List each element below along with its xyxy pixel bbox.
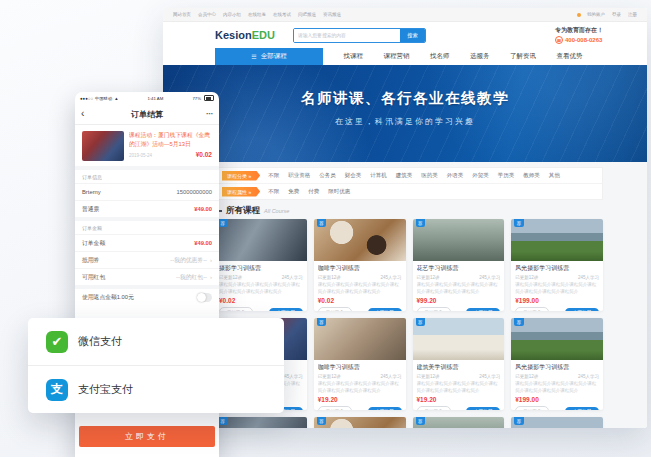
all-courses-button[interactable]: ☰ 全部课程 — [215, 48, 323, 65]
course-price: ¥199.00 — [515, 396, 599, 403]
balance-toggle[interactable] — [197, 293, 212, 302]
coupon-row[interactable]: 抵用券 --我的优惠券--› — [75, 251, 219, 268]
pay-now-button[interactable]: 立即支付 — [79, 426, 215, 447]
course-more-button[interactable]: 了解更多 — [515, 307, 549, 311]
course-image[interactable]: 荐 — [314, 318, 406, 360]
course-more-button[interactable]: 了解更多 — [417, 406, 451, 410]
utility-link[interactable]: 在线考试 — [273, 12, 291, 17]
course-buy-button[interactable]: 立即购买 — [368, 407, 402, 411]
utility-link[interactable]: 问吧频道 — [298, 12, 316, 17]
course-buy-button[interactable]: 立即购买 — [565, 308, 599, 312]
order-item-date: 2019-05-24 — [129, 153, 152, 158]
logo-edu: EDU — [252, 29, 275, 41]
filter-option[interactable]: 公务员 — [319, 172, 336, 179]
course-price: ¥0.02 — [219, 297, 303, 304]
course-image[interactable]: 荐 — [215, 417, 307, 428]
course-price: ¥99.20 — [417, 297, 501, 304]
utility-link[interactable]: 网站首页 — [173, 12, 191, 17]
filter-option[interactable]: 不限 — [268, 172, 279, 179]
filter-option[interactable]: 财会类 — [345, 172, 362, 179]
filter-option[interactable]: 职业资格 — [288, 172, 310, 179]
nav-item[interactable]: 找课程 — [344, 52, 364, 61]
utility-link[interactable]: 会员中心 — [198, 12, 216, 17]
course-more-button[interactable]: 了解更多 — [318, 406, 352, 410]
alipay-option[interactable]: 支 支付宝支付 — [28, 365, 284, 413]
course-image[interactable]: 荐 — [314, 417, 406, 428]
section-title: 所有课程 — [226, 205, 260, 217]
course-description: 课程简介课程简介课程简介课程简介课程简介课程简介课程简介课程简介 — [417, 381, 501, 394]
alipay-icon: 支 — [46, 379, 68, 401]
course-title[interactable]: 风光摄影学习训练营 — [515, 363, 599, 372]
course-image[interactable]: 荐 — [511, 219, 603, 261]
chevron-right-icon: › — [210, 257, 212, 263]
hero-title: 名师讲课、各行各业在线教学 — [163, 89, 647, 108]
nav-item[interactable]: 课程营销 — [384, 52, 410, 61]
course-title[interactable]: 摄影学习训练营 — [219, 264, 303, 273]
back-chevron-icon[interactable]: ‹ — [81, 109, 84, 119]
filter-option[interactable]: 学历类 — [498, 172, 515, 179]
order-info-header: 订单信息 — [75, 170, 219, 183]
course-students: 245人学习 — [578, 275, 599, 280]
nav-item[interactable]: 了解资讯 — [510, 52, 536, 61]
course-title[interactable]: 建筑美学训练营 — [417, 363, 501, 372]
course-image[interactable]: 荐 — [314, 219, 406, 261]
course-badge: 荐 — [514, 219, 524, 227]
filter-option[interactable]: 其他 — [549, 172, 560, 179]
course-image[interactable]: 荐 — [511, 417, 603, 428]
course-more-button[interactable]: 了解更多 — [417, 307, 451, 311]
course-more-button[interactable]: 了解更多 — [318, 307, 352, 311]
course-title[interactable]: 花艺学习训练营 — [417, 264, 501, 273]
utility-link[interactable]: 资讯频道 — [323, 12, 341, 17]
nav-item[interactable]: 选服务 — [470, 52, 490, 61]
utility-link[interactable]: 注册 — [628, 12, 637, 17]
wifi-icon: ▲ — [114, 96, 118, 101]
course-more-button[interactable]: 了解更多 — [219, 307, 253, 311]
utility-link[interactable]: 登录 — [612, 12, 621, 17]
search-button[interactable]: 搜索 — [400, 29, 425, 42]
utility-link[interactable]: 内容小组 — [223, 12, 241, 17]
course-title[interactable]: 风光摄影学习训练营 — [515, 264, 599, 273]
course-badge: 荐 — [218, 219, 228, 227]
filter-option[interactable]: 计算机 — [370, 172, 387, 179]
filter-row-category: 课程分类 » 不限职业资格公务员财会类计算机建筑类医药类外语类外贸类学历类教师类… — [216, 168, 602, 183]
course-lessons: 已更新12讲 — [417, 275, 440, 280]
utility-link[interactable]: 我的账户 — [587, 12, 605, 17]
course-more-button[interactable]: 了解更多 — [515, 406, 549, 410]
filter-option[interactable]: 限时优惠 — [328, 188, 350, 195]
filter-option[interactable]: 付费 — [308, 188, 319, 195]
course-image[interactable]: 荐 — [413, 318, 505, 360]
utility-link[interactable]: 在线组卷 — [248, 12, 266, 17]
filter-option[interactable]: 外语类 — [447, 172, 464, 179]
course-buy-button[interactable]: 立即购买 — [269, 308, 303, 312]
course-image[interactable]: 荐 — [511, 318, 603, 360]
nav-item[interactable]: 查看优势 — [557, 52, 583, 61]
filter-badge-attribute: 课程属性 » — [222, 187, 260, 197]
course-image[interactable]: 荐 — [215, 219, 307, 261]
filter-option[interactable]: 教师类 — [523, 172, 540, 179]
course-title[interactable]: 咖啡学习训练营 — [318, 264, 402, 273]
filter-option[interactable]: 外贸类 — [472, 172, 489, 179]
search-input[interactable] — [294, 29, 400, 42]
course-image[interactable]: 荐 — [413, 417, 505, 428]
redpacket-row[interactable]: 可用红包 --我的红包--› — [75, 268, 219, 285]
course-title[interactable]: 咖啡学习训练营 — [318, 363, 402, 372]
course-image[interactable]: 荐 — [413, 219, 505, 261]
filter-option[interactable]: 免费 — [288, 188, 299, 195]
course-lessons: 已更新12讲 — [219, 275, 242, 280]
course-buy-button[interactable]: 立即购买 — [466, 407, 500, 411]
more-options-icon[interactable]: ⋯ — [206, 110, 213, 118]
site-logo[interactable]: KesionEDU — [215, 29, 275, 41]
filter-option[interactable]: 建筑类 — [396, 172, 413, 179]
course-card: 荐 风光摄影学习训练营 已更新12讲 245人学习 课程简介课程简介课程简介课程… — [511, 318, 603, 410]
course-badge: 荐 — [416, 417, 426, 425]
course-badge: 荐 — [317, 318, 327, 326]
course-price: ¥19.20 — [318, 396, 402, 403]
course-buy-button[interactable]: 立即购买 — [368, 308, 402, 312]
filter-option[interactable]: 医药类 — [421, 172, 438, 179]
nav-item[interactable]: 找名师 — [430, 52, 450, 61]
course-buy-button[interactable]: 立即购买 — [565, 407, 599, 411]
wechat-pay-option[interactable]: ✔ 微信支付 — [28, 318, 284, 365]
filter-option[interactable]: 不限 — [268, 188, 279, 195]
course-buy-button[interactable]: 立即购买 — [466, 308, 500, 312]
balance-row: 使用返点金额1.00元 — [75, 289, 219, 305]
